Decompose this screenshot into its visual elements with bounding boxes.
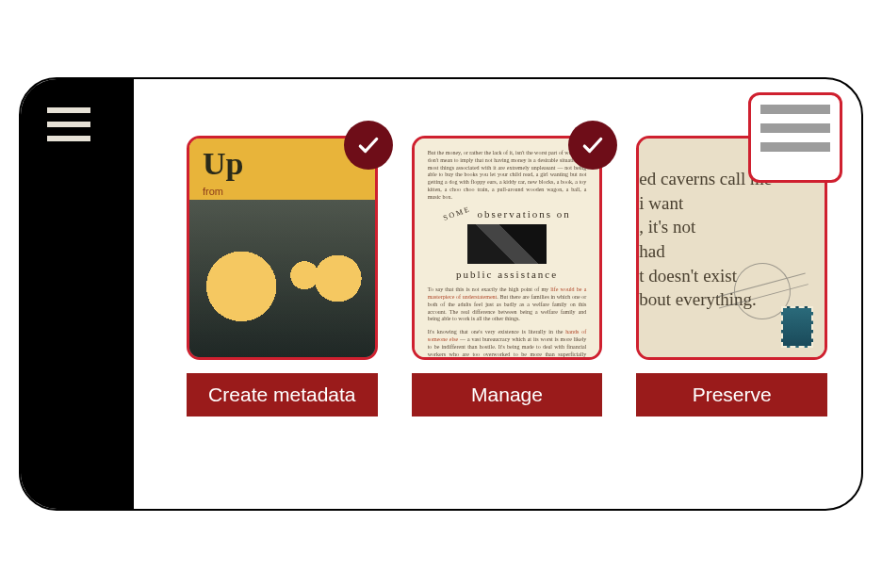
magazine-subtitle: from bbox=[203, 186, 223, 197]
form-field bbox=[760, 105, 830, 114]
manage-button[interactable]: Manage bbox=[412, 373, 603, 416]
card-row: Up from Create metadata But the money, o… bbox=[134, 79, 861, 509]
doc-inline-image bbox=[467, 224, 547, 264]
thumbnail-document[interactable]: But the money, or rather the lack of it,… bbox=[412, 136, 603, 360]
magazine-title: Up bbox=[203, 146, 243, 182]
checkmark-badge bbox=[568, 121, 617, 170]
doc-heading-mid: observations on bbox=[477, 207, 570, 220]
thumbnail-magazine[interactable]: Up from bbox=[187, 136, 378, 360]
doc-heading-left: SOME bbox=[442, 204, 472, 223]
checkmark-badge bbox=[344, 121, 393, 170]
form-field bbox=[760, 123, 830, 133]
app-window: Up from Create metadata But the money, o… bbox=[19, 77, 863, 511]
doc-heading-bottom: public assistance bbox=[428, 268, 587, 281]
postcard-line: i want bbox=[639, 191, 811, 216]
metadata-form-overlay[interactable] bbox=[748, 92, 842, 183]
card-manage: But the money, or rather the lack of it,… bbox=[412, 136, 603, 509]
card-preserve: ed caverns call me i want , it's not had… bbox=[636, 136, 827, 509]
sidebar bbox=[21, 79, 134, 509]
form-field bbox=[760, 142, 830, 152]
postcard-line: had bbox=[639, 239, 811, 264]
preserve-button[interactable]: Preserve bbox=[636, 373, 827, 416]
create-metadata-button[interactable]: Create metadata bbox=[187, 373, 378, 416]
card-create-metadata: Up from Create metadata bbox=[187, 136, 378, 509]
hamburger-icon[interactable] bbox=[47, 107, 90, 141]
postage-stamp bbox=[781, 306, 813, 348]
postcard-line: , it's not bbox=[639, 215, 811, 239]
